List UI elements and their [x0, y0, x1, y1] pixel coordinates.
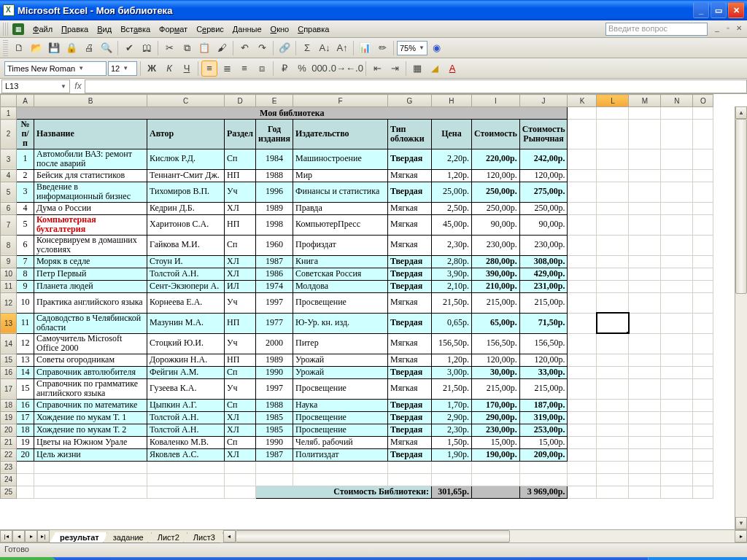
menu-view[interactable]: Вид [93, 23, 116, 36]
doc-restore-button[interactable]: ▫ [723, 24, 733, 34]
row-header-4[interactable]: 4 [1, 169, 17, 182]
sheet-tab-задание[interactable]: задание [103, 532, 152, 543]
print-icon[interactable]: 🖨 [81, 40, 97, 56]
chart-icon[interactable]: 📊 [357, 40, 373, 56]
col-header-L[interactable]: L [597, 95, 629, 107]
tab-prev-icon[interactable]: ◂ [12, 530, 25, 542]
col-header-E[interactable]: E [256, 95, 293, 107]
row-header-9[interactable]: 9 [1, 255, 17, 268]
table-row[interactable]: 14 12 Самоучитель Microsoft Office 2000 … [1, 333, 713, 354]
table-row[interactable]: 10 8 Петр Первый Толстой А.Н. ХЛ 1986 Со… [1, 268, 713, 280]
new-icon[interactable]: 🗋 [11, 40, 27, 56]
table-row[interactable]: 18 16 Справочник по математике Цыпкин А.… [1, 399, 713, 411]
scroll-right-icon[interactable]: ▸ [735, 530, 747, 542]
table-row[interactable]: 9 7 Моряк в седле Стоун И. ХЛ 1987 Книга… [1, 255, 713, 268]
table-row[interactable]: 3 1 Автомобили ВАЗ: ремонт после аварий … [1, 149, 713, 169]
maximize-button[interactable]: ▭ [711, 2, 727, 18]
formula-input[interactable] [85, 79, 747, 93]
row-header-1[interactable]: 1 [1, 107, 17, 120]
drawing-icon[interactable]: ✏ [374, 40, 390, 56]
table-row[interactable]: 13 11 Садоводство в Челябинской области … [1, 313, 713, 333]
tab-next-icon[interactable]: ▸ [25, 530, 37, 542]
row-header-13[interactable]: 13 [1, 313, 17, 333]
row-header-3[interactable]: 3 [1, 149, 17, 169]
align-center-icon[interactable]: ≣ [219, 61, 235, 77]
sheet-tab-результат[interactable]: результат [50, 532, 107, 543]
scroll-left-icon[interactable]: ◂ [223, 530, 236, 542]
hscroll-thumb[interactable] [236, 530, 510, 542]
inc-indent-icon[interactable]: ⇥ [387, 61, 403, 77]
horizontal-scrollbar[interactable]: ◂ ▸ [223, 530, 747, 542]
hyperlink-icon[interactable]: 🔗 [276, 40, 293, 56]
bold-icon[interactable]: Ж [144, 61, 160, 77]
vertical-scrollbar[interactable]: ▲ ▼ [735, 106, 747, 529]
scroll-thumb[interactable] [735, 119, 747, 294]
table-row[interactable]: 20 18 Хождение по мукам Т. 2 Толстой А.Н… [1, 424, 713, 436]
name-box[interactable]: L13▼ [1, 79, 70, 93]
row-header-5[interactable]: 5 [1, 182, 17, 202]
row-header-2[interactable]: 2 [1, 120, 17, 149]
currency-icon[interactable]: ₽ [276, 61, 293, 77]
research-icon[interactable]: 🕮 [139, 40, 155, 56]
fx-icon[interactable]: fx [71, 81, 85, 91]
row-header-12[interactable]: 12 [1, 292, 17, 313]
borders-icon[interactable]: ▦ [409, 61, 425, 77]
sort-asc-icon[interactable]: A↓ [317, 40, 333, 56]
worksheet-area[interactable]: ABCDEFGHIJKLMNO 1Моя библиотека2 № п/п Н… [0, 94, 747, 529]
comma-icon[interactable]: 000 [311, 61, 328, 77]
row-header-21[interactable]: 21 [1, 436, 17, 448]
minimize-button[interactable]: _ [693, 2, 709, 18]
open-icon[interactable]: 📂 [28, 40, 44, 56]
file-icon[interactable]: ▦ [12, 23, 24, 35]
table-row[interactable]: 7 5 Компьютерная бухгалтерия Харитонов С… [1, 214, 713, 235]
tab-last-icon[interactable]: ▸| [37, 530, 50, 542]
italic-icon[interactable]: К [161, 61, 177, 77]
doc-minimize-button[interactable]: _ [712, 24, 722, 34]
dec-indent-icon[interactable]: ⇤ [369, 61, 385, 77]
col-header-B[interactable]: B [34, 95, 147, 107]
row-header-16[interactable]: 16 [1, 366, 17, 378]
close-button[interactable]: ✕ [728, 2, 744, 18]
col-header-O[interactable]: O [693, 95, 713, 107]
font-combo[interactable]: Times New Roman▼ [4, 61, 107, 76]
menu-data[interactable]: Данные [228, 23, 266, 36]
table-row[interactable]: 5 3 Введение в информационный бизнес Тих… [1, 182, 713, 202]
row-header-25[interactable]: 25 [1, 486, 17, 498]
table-row[interactable]: 4 2 Бейсик для статистиков Теннант-Смит … [1, 169, 713, 182]
cut-icon[interactable]: ✂ [161, 40, 177, 56]
col-header-D[interactable]: D [225, 95, 256, 107]
menu-help[interactable]: Справка [293, 23, 333, 36]
col-header-G[interactable]: G [387, 95, 431, 107]
row-header-18[interactable]: 18 [1, 399, 17, 411]
autosum-icon[interactable]: Σ [299, 40, 315, 56]
size-combo[interactable]: 12▼ [108, 61, 137, 76]
col-header-H[interactable]: H [431, 95, 471, 107]
col-header-N[interactable]: N [661, 95, 693, 107]
row-header-8[interactable]: 8 [1, 235, 17, 255]
preview-icon[interactable]: 🔍 [98, 40, 115, 56]
menu-tools[interactable]: Сервис [192, 23, 228, 36]
doc-close-button[interactable]: ✕ [734, 24, 744, 34]
table-row[interactable]: 16 14 Справочник автолюбителя Фейгин А.М… [1, 366, 713, 378]
menu-file[interactable]: Файл [28, 23, 57, 36]
inc-decimal-icon[interactable]: .0→ [329, 61, 345, 77]
menu-insert[interactable]: Вставка [116, 23, 155, 36]
col-header-K[interactable]: K [568, 95, 597, 107]
save-icon[interactable]: 💾 [46, 40, 62, 56]
row-header-15[interactable]: 15 [1, 354, 17, 366]
start-button[interactable]: пуск [0, 557, 56, 560]
help-icon[interactable]: ◉ [429, 40, 445, 56]
spreadsheet-grid[interactable]: ABCDEFGHIJKLMNO 1Моя библиотека2 № п/п Н… [0, 94, 713, 499]
row-header-11[interactable]: 11 [1, 280, 17, 292]
row-header-19[interactable]: 19 [1, 411, 17, 424]
col-header-A[interactable]: A [17, 95, 34, 107]
table-row[interactable]: 6 4 Дума о России Кедрин Д.Б. ХЛ 1989 Пр… [1, 202, 713, 214]
col-header-M[interactable]: M [629, 95, 661, 107]
col-header-F[interactable]: F [293, 95, 387, 107]
row-header-20[interactable]: 20 [1, 424, 17, 436]
sheet-tab-Лист3[interactable]: Лист3 [183, 532, 223, 543]
align-right-icon[interactable]: ≡ [236, 61, 252, 77]
table-row[interactable]: 8 6 Консервируем в домашних условиях Гай… [1, 235, 713, 255]
row-header-7[interactable]: 7 [1, 214, 17, 235]
menu-handle[interactable] [3, 23, 9, 36]
